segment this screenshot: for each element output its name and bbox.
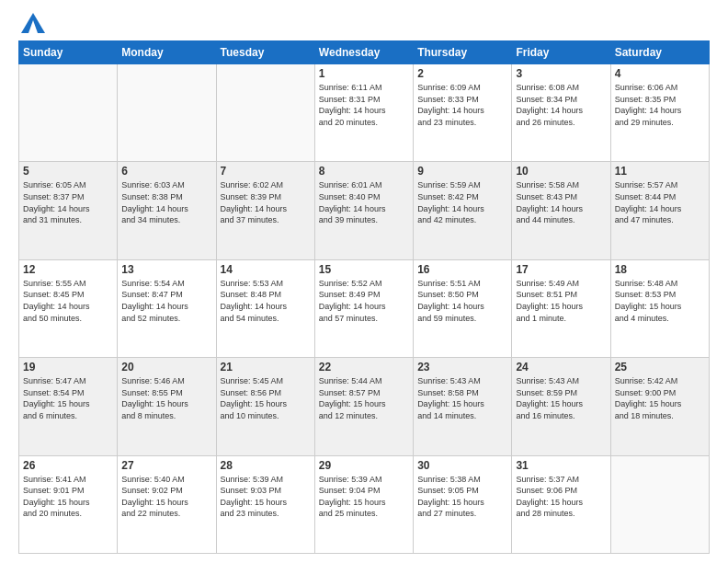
day-number: 26 <box>23 459 113 472</box>
day-info: Sunrise: 5:54 AM Sunset: 8:47 PM Dayligh… <box>121 278 211 324</box>
calendar-cell: 28Sunrise: 5:39 AM Sunset: 9:03 PM Dayli… <box>216 455 314 553</box>
calendar-cell: 15Sunrise: 5:52 AM Sunset: 8:49 PM Dayli… <box>314 259 413 357</box>
page: SundayMondayTuesdayWednesdayThursdayFrid… <box>0 0 728 563</box>
day-info: Sunrise: 5:37 AM Sunset: 9:06 PM Dayligh… <box>516 474 606 520</box>
calendar-cell: 12Sunrise: 5:55 AM Sunset: 8:45 PM Dayli… <box>19 259 118 357</box>
day-info: Sunrise: 5:59 AM Sunset: 8:42 PM Dayligh… <box>417 179 507 225</box>
calendar: SundayMondayTuesdayWednesdayThursdayFrid… <box>18 40 710 554</box>
day-of-week-header: Tuesday <box>216 41 314 64</box>
day-number: 7 <box>221 165 311 178</box>
calendar-cell: 27Sunrise: 5:40 AM Sunset: 9:02 PM Dayli… <box>118 455 216 553</box>
day-number: 5 <box>23 165 113 178</box>
calendar-cell: 10Sunrise: 5:58 AM Sunset: 8:43 PM Dayli… <box>512 162 610 259</box>
day-number: 20 <box>121 361 211 373</box>
calendar-cell: 17Sunrise: 5:49 AM Sunset: 8:51 PM Dayli… <box>512 259 610 357</box>
calendar-cell: 6Sunrise: 6:03 AM Sunset: 8:38 PM Daylig… <box>118 162 216 259</box>
calendar-cell: 13Sunrise: 5:54 AM Sunset: 8:47 PM Dayli… <box>118 259 216 357</box>
day-info: Sunrise: 5:58 AM Sunset: 8:43 PM Dayligh… <box>516 179 606 225</box>
calendar-cell: 4Sunrise: 6:06 AM Sunset: 8:35 PM Daylig… <box>610 64 709 162</box>
day-number: 22 <box>319 361 409 373</box>
day-info: Sunrise: 5:38 AM Sunset: 9:05 PM Dayligh… <box>417 474 507 520</box>
day-of-week-header: Sunday <box>19 41 118 64</box>
day-number: 31 <box>516 459 606 472</box>
calendar-cell <box>19 64 118 162</box>
day-of-week-header: Thursday <box>414 41 512 64</box>
day-number: 8 <box>319 165 409 178</box>
calendar-week-row: 1Sunrise: 6:11 AM Sunset: 8:31 PM Daylig… <box>19 64 710 162</box>
day-info: Sunrise: 6:02 AM Sunset: 8:39 PM Dayligh… <box>221 179 311 225</box>
calendar-week-row: 19Sunrise: 5:47 AM Sunset: 8:54 PM Dayli… <box>19 358 710 455</box>
calendar-cell: 5Sunrise: 6:05 AM Sunset: 8:37 PM Daylig… <box>19 162 118 259</box>
calendar-cell <box>216 64 314 162</box>
day-number: 13 <box>121 263 211 276</box>
day-info: Sunrise: 5:53 AM Sunset: 8:48 PM Dayligh… <box>221 278 311 324</box>
day-number: 23 <box>417 361 507 373</box>
calendar-cell: 18Sunrise: 5:48 AM Sunset: 8:53 PM Dayli… <box>610 259 709 357</box>
calendar-cell: 8Sunrise: 6:01 AM Sunset: 8:40 PM Daylig… <box>314 162 413 259</box>
day-number: 10 <box>516 165 606 178</box>
day-of-week-header: Saturday <box>610 41 709 64</box>
day-info: Sunrise: 5:52 AM Sunset: 8:49 PM Dayligh… <box>319 278 409 324</box>
calendar-cell <box>118 64 216 162</box>
calendar-cell: 11Sunrise: 5:57 AM Sunset: 8:44 PM Dayli… <box>610 162 709 259</box>
day-info: Sunrise: 5:43 AM Sunset: 8:58 PM Dayligh… <box>417 375 507 421</box>
day-info: Sunrise: 6:09 AM Sunset: 8:33 PM Dayligh… <box>417 82 507 128</box>
calendar-week-row: 26Sunrise: 5:41 AM Sunset: 9:01 PM Dayli… <box>19 455 710 553</box>
day-number: 27 <box>121 459 211 472</box>
day-info: Sunrise: 5:46 AM Sunset: 8:55 PM Dayligh… <box>121 375 211 421</box>
day-info: Sunrise: 6:11 AM Sunset: 8:31 PM Dayligh… <box>319 82 409 128</box>
day-info: Sunrise: 5:51 AM Sunset: 8:50 PM Dayligh… <box>417 278 507 324</box>
day-number: 9 <box>417 165 507 178</box>
day-number: 6 <box>121 165 211 178</box>
calendar-cell: 25Sunrise: 5:42 AM Sunset: 9:00 PM Dayli… <box>610 358 709 455</box>
day-info: Sunrise: 6:06 AM Sunset: 8:35 PM Dayligh… <box>615 82 705 128</box>
calendar-cell: 24Sunrise: 5:43 AM Sunset: 8:59 PM Dayli… <box>512 358 610 455</box>
calendar-cell: 23Sunrise: 5:43 AM Sunset: 8:58 PM Dayli… <box>414 358 512 455</box>
header <box>18 15 710 33</box>
day-info: Sunrise: 6:01 AM Sunset: 8:40 PM Dayligh… <box>319 179 409 225</box>
day-info: Sunrise: 5:48 AM Sunset: 8:53 PM Dayligh… <box>615 278 705 324</box>
calendar-header-row: SundayMondayTuesdayWednesdayThursdayFrid… <box>19 41 710 64</box>
logo <box>18 15 45 33</box>
calendar-cell: 31Sunrise: 5:37 AM Sunset: 9:06 PM Dayli… <box>512 455 610 553</box>
calendar-week-row: 5Sunrise: 6:05 AM Sunset: 8:37 PM Daylig… <box>19 162 710 259</box>
day-info: Sunrise: 6:03 AM Sunset: 8:38 PM Dayligh… <box>121 179 211 225</box>
logo-icon <box>21 13 45 33</box>
day-info: Sunrise: 5:49 AM Sunset: 8:51 PM Dayligh… <box>516 278 606 324</box>
day-number: 19 <box>23 361 113 373</box>
day-number: 17 <box>516 263 606 276</box>
day-info: Sunrise: 5:57 AM Sunset: 8:44 PM Dayligh… <box>615 179 705 225</box>
calendar-week-row: 12Sunrise: 5:55 AM Sunset: 8:45 PM Dayli… <box>19 259 710 357</box>
day-number: 16 <box>417 263 507 276</box>
day-info: Sunrise: 5:42 AM Sunset: 9:00 PM Dayligh… <box>615 375 705 421</box>
calendar-cell: 7Sunrise: 6:02 AM Sunset: 8:39 PM Daylig… <box>216 162 314 259</box>
day-number: 30 <box>417 459 507 472</box>
day-number: 11 <box>615 165 705 178</box>
day-number: 21 <box>221 361 311 373</box>
calendar-cell: 16Sunrise: 5:51 AM Sunset: 8:50 PM Dayli… <box>414 259 512 357</box>
day-number: 15 <box>319 263 409 276</box>
day-info: Sunrise: 5:43 AM Sunset: 8:59 PM Dayligh… <box>516 375 606 421</box>
day-number: 2 <box>417 67 507 80</box>
day-number: 29 <box>319 459 409 472</box>
calendar-cell: 14Sunrise: 5:53 AM Sunset: 8:48 PM Dayli… <box>216 259 314 357</box>
day-number: 24 <box>516 361 606 373</box>
day-number: 14 <box>221 263 311 276</box>
day-info: Sunrise: 5:41 AM Sunset: 9:01 PM Dayligh… <box>23 474 113 520</box>
day-number: 1 <box>319 67 409 80</box>
day-number: 12 <box>23 263 113 276</box>
day-info: Sunrise: 5:47 AM Sunset: 8:54 PM Dayligh… <box>23 375 113 421</box>
day-of-week-header: Wednesday <box>314 41 413 64</box>
calendar-cell: 2Sunrise: 6:09 AM Sunset: 8:33 PM Daylig… <box>414 64 512 162</box>
day-number: 28 <box>221 459 311 472</box>
day-info: Sunrise: 6:08 AM Sunset: 8:34 PM Dayligh… <box>516 82 606 128</box>
calendar-cell <box>610 455 709 553</box>
calendar-cell: 30Sunrise: 5:38 AM Sunset: 9:05 PM Dayli… <box>414 455 512 553</box>
day-of-week-header: Friday <box>512 41 610 64</box>
calendar-cell: 20Sunrise: 5:46 AM Sunset: 8:55 PM Dayli… <box>118 358 216 455</box>
day-info: Sunrise: 5:39 AM Sunset: 9:04 PM Dayligh… <box>319 474 409 520</box>
calendar-cell: 22Sunrise: 5:44 AM Sunset: 8:57 PM Dayli… <box>314 358 413 455</box>
day-number: 18 <box>615 263 705 276</box>
day-info: Sunrise: 5:39 AM Sunset: 9:03 PM Dayligh… <box>221 474 311 520</box>
day-info: Sunrise: 5:55 AM Sunset: 8:45 PM Dayligh… <box>23 278 113 324</box>
